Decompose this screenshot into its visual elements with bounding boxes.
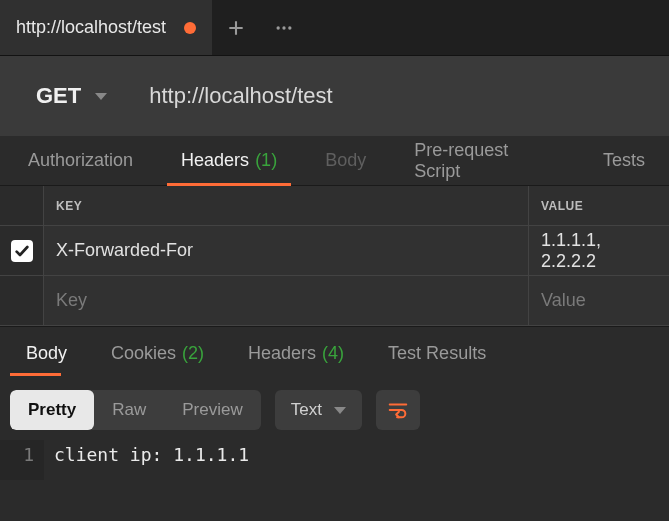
response-tab-cookies-count: (2): [182, 343, 204, 364]
tab-body-label: Body: [325, 150, 366, 171]
response-tab-headers[interactable]: Headers (4): [226, 327, 366, 380]
tab-prerequest-script[interactable]: Pre-request Script: [390, 136, 579, 185]
response-tab-body[interactable]: Body: [4, 327, 89, 380]
col-key: KEY: [44, 186, 529, 225]
tab-more-button[interactable]: [260, 0, 308, 55]
request-tab[interactable]: http://localhost/test: [0, 0, 212, 55]
header-value-text: 1.1.1.1, 2.2.2.2: [541, 230, 657, 272]
response-format-dropdown[interactable]: Text: [275, 390, 362, 430]
headers-table: KEY VALUE X-Forwarded-For 1.1.1.1, 2.2.2…: [0, 186, 669, 326]
headers-table-head: KEY VALUE: [0, 186, 669, 226]
tab-tests[interactable]: Tests: [579, 136, 669, 185]
response-tab-cookies[interactable]: Cookies (2): [89, 327, 226, 380]
response-format-label: Text: [291, 400, 322, 420]
tab-body[interactable]: Body: [301, 136, 390, 185]
unsaved-indicator-icon: [184, 22, 196, 34]
svg-point-0: [277, 26, 280, 29]
line-gutter: 1: [0, 440, 44, 480]
header-key-placeholder: Key: [56, 290, 87, 311]
response-tab-cookies-label: Cookies: [111, 343, 176, 364]
response-view-segmented: Pretty Raw Preview: [10, 390, 261, 430]
http-method-dropdown[interactable]: GET: [14, 69, 129, 123]
http-method-label: GET: [36, 83, 81, 109]
view-pretty-button[interactable]: Pretty: [10, 390, 94, 430]
tab-headers[interactable]: Headers (1): [157, 136, 301, 185]
view-raw-label: Raw: [112, 400, 146, 420]
svg-point-1: [282, 26, 285, 29]
header-row-checkbox[interactable]: [11, 240, 33, 262]
view-pretty-label: Pretty: [28, 400, 76, 420]
response-tab-test-results[interactable]: Test Results: [366, 327, 508, 380]
wrap-lines-button[interactable]: [376, 390, 420, 430]
response-tab-test-results-label: Test Results: [388, 343, 486, 364]
tab-headers-label: Headers: [181, 150, 249, 171]
view-raw-button[interactable]: Raw: [94, 390, 164, 430]
wrap-icon: [387, 399, 409, 421]
tab-tests-label: Tests: [603, 150, 645, 171]
response-body: 1 client ip: 1.1.1.1: [0, 440, 669, 480]
chevron-down-icon: [334, 407, 346, 414]
request-tab-title: http://localhost/test: [16, 17, 166, 38]
svg-point-2: [288, 26, 291, 29]
col-value: VALUE: [529, 186, 669, 225]
header-key-placeholder-cell[interactable]: Key: [44, 276, 529, 325]
response-tab-headers-label: Headers: [248, 343, 316, 364]
header-value-placeholder-cell[interactable]: Value: [529, 276, 669, 325]
header-value-cell[interactable]: 1.1.1.1, 2.2.2.2: [529, 226, 669, 275]
header-key-cell[interactable]: X-Forwarded-For: [44, 226, 529, 275]
tab-headers-count: (1): [255, 150, 277, 171]
response-tab-headers-count: (4): [322, 343, 344, 364]
tab-authorization[interactable]: Authorization: [4, 136, 157, 185]
url-input[interactable]: [149, 83, 655, 109]
response-tab-body-label: Body: [26, 343, 67, 364]
chevron-down-icon: [95, 93, 107, 100]
header-key-text: X-Forwarded-For: [56, 240, 193, 261]
tab-prerequest-label: Pre-request Script: [414, 140, 555, 182]
tab-authorization-label: Authorization: [28, 150, 133, 171]
header-row: X-Forwarded-For 1.1.1.1, 2.2.2.2: [0, 226, 669, 276]
header-value-placeholder: Value: [541, 290, 586, 311]
view-preview-button[interactable]: Preview: [164, 390, 260, 430]
new-tab-button[interactable]: [212, 0, 260, 55]
header-row-empty: Key Value: [0, 276, 669, 326]
view-preview-label: Preview: [182, 400, 242, 420]
response-body-line[interactable]: client ip: 1.1.1.1: [44, 440, 259, 469]
